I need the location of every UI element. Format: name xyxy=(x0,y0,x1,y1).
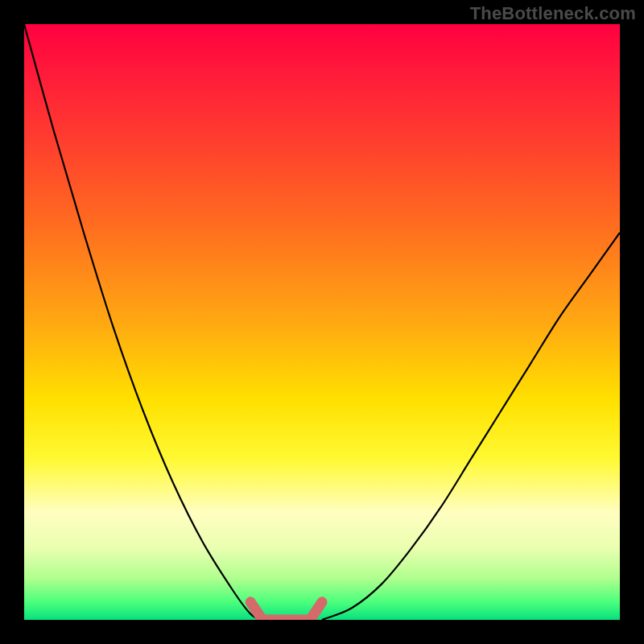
right-curve xyxy=(322,233,620,620)
flat-bottom-highlight xyxy=(250,602,322,620)
left-curve xyxy=(24,24,262,620)
plot-area xyxy=(24,24,620,620)
watermark-text: TheBottleneck.com xyxy=(470,3,636,24)
chart-frame: TheBottleneck.com xyxy=(0,0,644,644)
curve-group xyxy=(24,24,620,620)
curves-layer xyxy=(24,24,620,620)
